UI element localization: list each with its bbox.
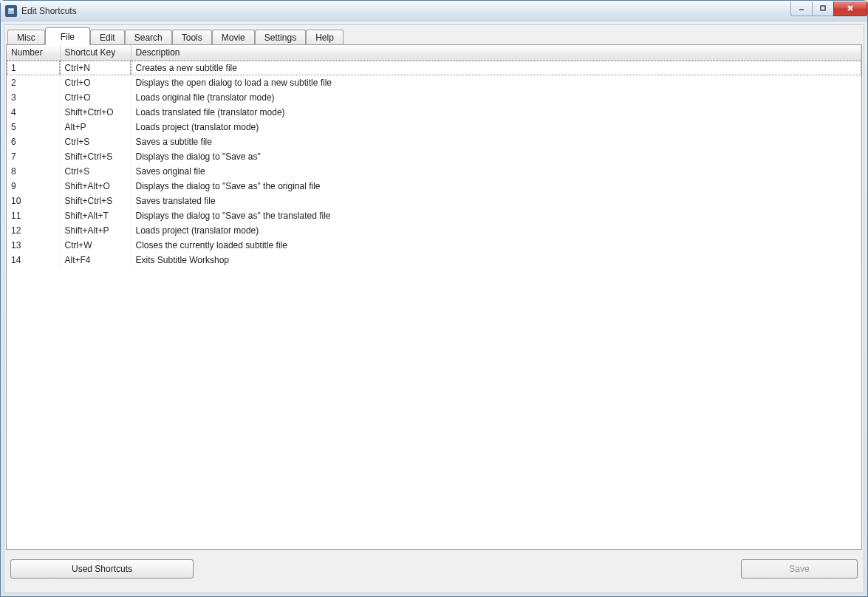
cell-desc[interactable]: Creates a new subtitle file: [131, 61, 861, 76]
cell-number[interactable]: 1: [7, 61, 60, 76]
cell-number[interactable]: 2: [7, 75, 60, 90]
cell-desc[interactable]: Saves a subtitle file: [131, 134, 861, 149]
svg-rect-3: [821, 6, 825, 10]
cell-number[interactable]: 9: [7, 179, 60, 194]
table-row[interactable]: 2Ctrl+ODisplays the open dialog to load …: [7, 75, 861, 90]
tab-movie[interactable]: Movie: [212, 30, 255, 45]
cell-key[interactable]: Shift+Ctrl+O: [60, 105, 131, 120]
cell-key[interactable]: Alt+F4: [60, 253, 131, 267]
window-controls: [791, 1, 867, 16]
used-shortcuts-button[interactable]: Used Shortcuts: [10, 559, 194, 579]
column-header-key[interactable]: Shortcut Key: [60, 45, 131, 61]
table-row[interactable]: 7Shift+Ctrl+SDisplays the dialog to "Sav…: [7, 149, 861, 164]
tab-settings[interactable]: Settings: [255, 30, 306, 45]
cell-key[interactable]: Shift+Alt+P: [60, 223, 131, 238]
cell-number[interactable]: 10: [7, 194, 60, 208]
cell-number[interactable]: 3: [7, 90, 60, 105]
cell-desc[interactable]: Exits Subtitle Workshop: [131, 253, 861, 267]
cell-key[interactable]: Ctrl+N: [60, 61, 131, 76]
cell-desc[interactable]: Loads project (translator mode): [131, 120, 861, 134]
table-row[interactable]: 3Ctrl+OLoads original file (translator m…: [7, 90, 861, 105]
cell-key[interactable]: Shift+Ctrl+S: [60, 194, 131, 208]
close-button[interactable]: [833, 1, 867, 16]
table-row[interactable]: 10Shift+Ctrl+SSaves translated file: [7, 194, 861, 208]
cell-number[interactable]: 13: [7, 238, 60, 253]
cell-number[interactable]: 6: [7, 134, 60, 149]
cell-number[interactable]: 7: [7, 149, 60, 164]
tab-edit[interactable]: Edit: [90, 30, 125, 45]
table-row[interactable]: 4Shift+Ctrl+OLoads translated file (tran…: [7, 105, 861, 120]
minimize-button[interactable]: [790, 1, 813, 16]
cell-key[interactable]: Ctrl+O: [60, 75, 131, 90]
cell-desc[interactable]: Loads original file (translator mode): [131, 90, 861, 105]
cell-number[interactable]: 12: [7, 223, 60, 238]
cell-key[interactable]: Shift+Alt+O: [60, 179, 131, 194]
table-row[interactable]: 11Shift+Alt+TDisplays the dialog to "Sav…: [7, 208, 861, 223]
table-row[interactable]: 8Ctrl+SSaves original file: [7, 164, 861, 179]
app-window: Edit Shortcuts MiscFileEditSearchToolsMo…: [0, 0, 868, 597]
titlebar[interactable]: Edit Shortcuts: [1, 1, 867, 21]
table-row[interactable]: 6Ctrl+SSaves a subtitle file: [7, 134, 861, 149]
cell-number[interactable]: 11: [7, 208, 60, 223]
tab-file[interactable]: File: [45, 27, 90, 45]
table-row[interactable]: 12Shift+Alt+PLoads project (translator m…: [7, 223, 861, 238]
table-row[interactable]: 14Alt+F4Exits Subtitle Workshop: [7, 253, 861, 267]
column-header-number[interactable]: Number: [7, 45, 60, 61]
table-row[interactable]: 9Shift+Alt+ODisplays the dialog to "Save…: [7, 179, 861, 194]
cell-number[interactable]: 14: [7, 253, 60, 267]
footer: Used Shortcuts Save: [6, 550, 862, 591]
cell-key[interactable]: Ctrl+O: [60, 90, 131, 105]
column-header-desc[interactable]: Description: [131, 45, 861, 61]
table-row[interactable]: 13Ctrl+WCloses the currently loaded subt…: [7, 238, 861, 253]
cell-number[interactable]: 5: [7, 120, 60, 134]
cell-key[interactable]: Ctrl+W: [60, 238, 131, 253]
cell-desc[interactable]: Loads translated file (translator mode): [131, 105, 861, 120]
maximize-button[interactable]: [812, 1, 834, 16]
save-button[interactable]: Save: [741, 559, 858, 579]
cell-desc[interactable]: Loads project (translator mode): [131, 223, 861, 238]
cell-key[interactable]: Ctrl+S: [60, 134, 131, 149]
cell-key[interactable]: Shift+Alt+T: [60, 208, 131, 223]
tab-tools[interactable]: Tools: [172, 30, 212, 45]
cell-desc[interactable]: Displays the dialog to "Save as" the ori…: [131, 179, 861, 194]
tab-search[interactable]: Search: [125, 30, 172, 45]
cell-desc[interactable]: Displays the dialog to "Save as": [131, 149, 861, 164]
cell-desc[interactable]: Displays the dialog to "Save as" the tra…: [131, 208, 861, 223]
shortcuts-table[interactable]: Number Shortcut Key Description 1Ctrl+NC…: [7, 45, 861, 267]
cell-desc[interactable]: Saves original file: [131, 164, 861, 179]
table-row[interactable]: 1Ctrl+NCreates a new subtitle file: [7, 61, 861, 76]
cell-number[interactable]: 4: [7, 105, 60, 120]
content-area: MiscFileEditSearchToolsMovieSettingsHelp…: [4, 24, 864, 593]
cell-key[interactable]: Shift+Ctrl+S: [60, 149, 131, 164]
tab-misc[interactable]: Misc: [7, 30, 45, 45]
cell-number[interactable]: 8: [7, 164, 60, 179]
svg-rect-1: [9, 9, 13, 10]
cell-key[interactable]: Alt+P: [60, 120, 131, 134]
cell-key[interactable]: Ctrl+S: [60, 164, 131, 179]
cell-desc[interactable]: Closes the currently loaded subtitle fil…: [131, 238, 861, 253]
window-title: Edit Shortcuts: [21, 6, 77, 16]
app-icon: [5, 5, 17, 17]
cell-desc[interactable]: Displays the open dialog to load a new s…: [131, 75, 861, 90]
tab-strip: MiscFileEditSearchToolsMovieSettingsHelp: [6, 27, 862, 44]
cell-desc[interactable]: Saves translated file: [131, 194, 861, 208]
tab-help[interactable]: Help: [306, 30, 344, 45]
table-row[interactable]: 5Alt+PLoads project (translator mode): [7, 120, 861, 134]
shortcuts-table-wrap: Number Shortcut Key Description 1Ctrl+NC…: [6, 44, 862, 550]
